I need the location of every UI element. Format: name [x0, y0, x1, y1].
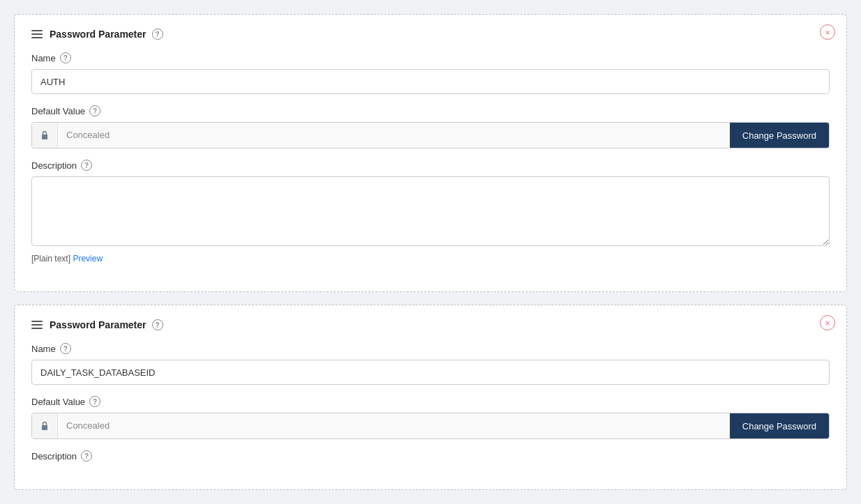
- drag-handle-icon[interactable]: [31, 30, 43, 38]
- lock-icon-2: [32, 413, 58, 438]
- card-2-password-field-wrapper: Concealed Change Password: [31, 413, 830, 439]
- card-2-description-help-icon[interactable]: ?: [81, 450, 92, 461]
- card-1-description-textarea[interactable]: [31, 176, 830, 246]
- card-2-description-field-group: Description ?: [31, 450, 830, 461]
- drag-handle-icon-2[interactable]: [31, 321, 43, 329]
- card-2-name-help-icon[interactable]: ?: [60, 343, 71, 354]
- card-1-preview-row: [Plain text] Preview: [31, 254, 830, 264]
- card-2-change-password-button[interactable]: Change Password: [730, 413, 829, 438]
- card-1-description-field-group: Description ? [Plain text] Preview: [31, 160, 830, 264]
- card-1-preview-link[interactable]: Preview: [73, 254, 103, 264]
- card-1-name-input[interactable]: [31, 69, 830, 94]
- password-parameter-card-1: Password Parameter ? × Name ? Default Va…: [14, 14, 847, 292]
- lock-icon: [32, 123, 58, 148]
- card-1-name-help-icon[interactable]: ?: [60, 52, 71, 63]
- card-1-default-value-help-icon[interactable]: ?: [89, 105, 100, 116]
- svg-rect-0: [42, 135, 47, 139]
- card-1-preview-text: [Plain text]: [31, 254, 70, 264]
- card-2-default-value-label: Default Value ?: [31, 396, 830, 407]
- card-2-help-icon[interactable]: ?: [152, 319, 163, 330]
- card-2-default-value-help-icon[interactable]: ?: [89, 396, 100, 407]
- card-1-help-icon[interactable]: ?: [152, 29, 163, 40]
- card-1-header: Password Parameter ?: [31, 29, 830, 40]
- password-parameter-card-2: Password Parameter ? × Name ? Default Va…: [14, 305, 847, 490]
- svg-rect-1: [42, 425, 47, 430]
- card-2-description-label: Description ?: [31, 450, 830, 461]
- card-2-concealed-text: Concealed: [58, 413, 730, 438]
- card-2-name-input[interactable]: [31, 360, 830, 385]
- card-1-title: Password Parameter: [50, 29, 147, 40]
- card-1-name-label: Name ?: [31, 52, 830, 63]
- card-1-change-password-button[interactable]: Change Password: [730, 123, 829, 148]
- card-1-default-value-label: Default Value ?: [31, 105, 830, 116]
- card-2-header: Password Parameter ?: [31, 319, 830, 330]
- card-1-name-field-group: Name ?: [31, 52, 830, 94]
- card-2-name-field-group: Name ?: [31, 343, 830, 385]
- card-2-name-label: Name ?: [31, 343, 830, 354]
- card-2-default-value-field-group: Default Value ? Concealed Change Passwor…: [31, 396, 830, 439]
- card-1-description-label: Description ?: [31, 160, 830, 171]
- card-1-default-value-field-group: Default Value ? Concealed Change Passwor…: [31, 105, 830, 148]
- card-1-close-button[interactable]: ×: [820, 24, 835, 40]
- card-2-close-button[interactable]: ×: [820, 315, 835, 330]
- card-2-title: Password Parameter: [50, 319, 147, 330]
- card-1-concealed-text: Concealed: [58, 123, 730, 148]
- card-1-description-help-icon[interactable]: ?: [81, 160, 92, 171]
- card-1-password-field-wrapper: Concealed Change Password: [31, 122, 830, 148]
